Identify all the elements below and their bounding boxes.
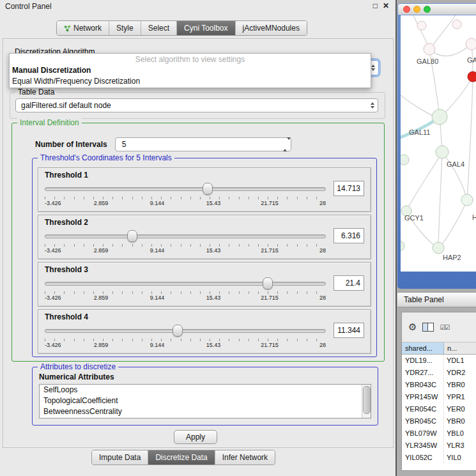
table-panel-titlebar[interactable]: Table Panel — [397, 292, 476, 307]
cell[interactable]: YDR2 — [444, 367, 476, 379]
cell[interactable]: YLR3 — [444, 440, 476, 452]
slider-thumb[interactable] — [173, 325, 183, 337]
algorithm-option-manual[interactable]: Manual Discretization — [10, 65, 371, 76]
threshold-3-label: Threshold 3 — [45, 265, 364, 275]
cell[interactable]: YER0 — [444, 403, 476, 415]
cell[interactable]: YBR0 — [444, 379, 476, 391]
number-of-intervals-value: 5 — [116, 140, 283, 149]
cell[interactable]: YLR345W — [402, 440, 444, 452]
list-scrollbar[interactable] — [362, 385, 371, 418]
tab-label: Select — [148, 21, 169, 35]
cell[interactable]: YPR145W — [402, 391, 444, 403]
cell[interactable]: YDR27... — [402, 367, 444, 379]
tab-jactivemnodules[interactable]: jActiveMNodules — [236, 21, 307, 35]
apply-button[interactable]: Apply — [174, 430, 217, 444]
table-row[interactable]: YDL19...YDL1 — [402, 355, 476, 367]
minimize-traffic-light-icon[interactable] — [413, 6, 420, 13]
threshold-4-value-field[interactable]: 11.344 — [334, 323, 364, 338]
close-icon[interactable]: ✕ — [383, 1, 389, 10]
network-node[interactable] — [401, 155, 409, 165]
network-node[interactable] — [461, 194, 473, 206]
slider-track — [45, 187, 326, 191]
attributes-list[interactable]: SelfLoops TopologicalCoefficient Between… — [39, 384, 371, 418]
list-item[interactable]: TopologicalCoefficient — [40, 395, 371, 406]
slider-thumb[interactable] — [127, 230, 137, 242]
tab-style[interactable]: Style — [109, 21, 141, 35]
slider-thumb[interactable] — [263, 277, 273, 289]
tab-impute-data[interactable]: Impute Data — [92, 450, 148, 464]
cell[interactable]: YIL052C — [402, 452, 444, 464]
scrollbar-thumb[interactable] — [363, 386, 371, 414]
threshold-4-label: Threshold 4 — [45, 312, 364, 322]
gear-icon[interactable]: ⚙ — [408, 321, 417, 333]
columns-icon[interactable] — [422, 323, 434, 332]
network-node[interactable] — [433, 242, 444, 254]
cell[interactable]: YBL079W — [402, 427, 444, 440]
list-item[interactable]: BetweennessCentrality — [40, 406, 371, 417]
network-graph[interactable]: GAL80 GA GAL11 GAL4 GCY1 HAP2 H — [401, 15, 476, 272]
number-of-intervals-spinner[interactable]: 5 — [115, 137, 291, 151]
close-traffic-light-icon[interactable] — [403, 6, 410, 13]
node-label: GAL4 — [447, 160, 464, 168]
tab-infer-network[interactable]: Infer Network — [215, 450, 275, 464]
threshold-2-slider[interactable] — [45, 227, 326, 244]
table-data-combobox[interactable]: galFiltered.sif default node — [15, 98, 378, 112]
threshold-2-value-field[interactable]: 6.316 — [334, 228, 364, 243]
select-columns-icon[interactable]: ☑☑ — [440, 324, 449, 331]
threshold-3-value-field[interactable]: 21.4 — [334, 275, 364, 291]
network-node[interactable] — [424, 43, 435, 55]
network-node[interactable] — [401, 241, 404, 251]
zoom-traffic-light-icon[interactable] — [424, 6, 431, 13]
cell[interactable]: YBL0 — [444, 427, 476, 440]
table-row[interactable]: YBL079WYBL0 — [402, 427, 476, 440]
threshold-4-slider[interactable] — [45, 322, 326, 339]
table-row[interactable]: YBR045CYBR0 — [402, 415, 476, 427]
network-view-window[interactable]: GAL80 GA GAL11 GAL4 GCY1 HAP2 H — [397, 3, 476, 289]
tab-label: Style — [116, 21, 134, 35]
cell[interactable]: YDL1 — [444, 355, 476, 367]
list-item[interactable]: SelfLoops — [40, 385, 371, 395]
tick-label: 9.144 — [150, 200, 165, 206]
algorithm-option-equal-width[interactable]: Equal Width/Frequency Discretization — [10, 76, 371, 87]
tab-discretize-data[interactable]: Discretize Data — [148, 450, 215, 464]
network-node-red[interactable] — [468, 72, 476, 82]
tick-label: 2.859 — [94, 200, 109, 206]
cell[interactable]: YBR045C — [402, 415, 444, 427]
tick-label: 2.859 — [94, 342, 109, 348]
cell[interactable]: YIL0 — [444, 452, 476, 464]
tab-cyni-toolbox[interactable]: Cyni Toolbox — [177, 21, 235, 35]
table-row[interactable]: YER054CYER0 — [402, 403, 476, 415]
table-row[interactable]: YBR043CYBR0 — [402, 379, 476, 391]
attributes-group-title: Attributes to discretize — [38, 362, 118, 371]
slider-thumb[interactable] — [203, 183, 213, 195]
network-canvas[interactable]: GAL80 GA GAL11 GAL4 GCY1 HAP2 H — [401, 15, 476, 272]
tab-network[interactable]: Network — [57, 21, 109, 35]
network-node[interactable] — [466, 38, 476, 50]
column-header-shared-name[interactable]: shared... — [402, 342, 444, 354]
table-data-value: galFiltered.sif default node — [16, 101, 367, 110]
cell[interactable]: YDL19... — [402, 355, 444, 367]
table-row[interactable]: YIL052CYIL0 — [402, 452, 476, 464]
network-node[interactable] — [417, 21, 426, 30]
network-node[interactable] — [452, 20, 461, 29]
table-row[interactable]: YDR27...YDR2 — [402, 367, 476, 379]
network-node[interactable] — [436, 146, 449, 158]
tab-select[interactable]: Select — [141, 21, 177, 35]
cell[interactable]: YER054C — [402, 403, 444, 415]
float-window-icon[interactable]: □ — [373, 1, 378, 10]
slider-scale: -3.426 2.859 9.144 15.43 21.715 28 — [45, 339, 326, 348]
network-node[interactable] — [432, 109, 447, 125]
cell[interactable]: YBR0 — [444, 415, 476, 427]
column-header-name[interactable]: n... — [444, 342, 476, 354]
table-row[interactable]: YLR345WYLR3 — [402, 440, 476, 452]
cyni-mode-tabs: Impute Data Discretize Data Infer Networ… — [91, 450, 275, 465]
table-row[interactable]: YPR145WYPR1 — [402, 391, 476, 403]
cell[interactable]: YPR1 — [444, 391, 476, 403]
threshold-3-slider[interactable] — [45, 275, 326, 291]
tab-label: Network — [73, 21, 102, 35]
tick-label: 9.144 — [150, 295, 165, 301]
threshold-1-slider[interactable] — [45, 180, 326, 197]
threshold-1-value-field[interactable]: 14.713 — [334, 181, 364, 196]
threshold-3-panel: Threshold 3 21.4 -3.426 — [38, 262, 371, 307]
cell[interactable]: YBR043C — [402, 379, 444, 391]
